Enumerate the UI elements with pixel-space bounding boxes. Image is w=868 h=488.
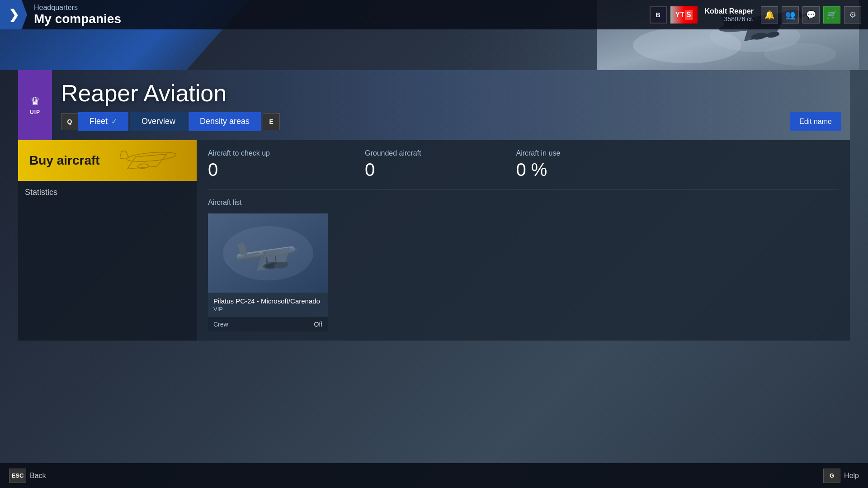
stat-grounded-label: Grounded aircraft — [365, 149, 421, 157]
friends-button[interactable]: 👥 — [782, 6, 799, 24]
aircraft-list-section: Aircraft list — [208, 199, 839, 332]
bottom-bar: ESC Back G Help — [0, 463, 868, 488]
aircraft-card-name: Pilatus PC-24 - Microsoft/Carenado — [213, 297, 322, 305]
svg-point-3 — [764, 43, 836, 66]
username-area: Kobalt Reaper 358076 cr. — [701, 7, 757, 23]
yt-label: YT — [675, 11, 684, 19]
company-title: Reaper Aviation — [61, 80, 841, 107]
messages-button[interactable]: 💬 — [802, 6, 820, 24]
tab-key-q: Q — [61, 113, 78, 130]
tab-key-e: E — [263, 113, 280, 130]
aircraft-card-type: VIP — [213, 306, 322, 313]
svg-line-19 — [266, 257, 267, 264]
tab-density-label: Density areas — [200, 117, 250, 126]
stat-checkup: Aircraft to check up 0 — [208, 149, 270, 180]
avatar-yt: YT S — [670, 6, 698, 24]
stat-in-use-value: 0 % — [516, 160, 560, 180]
aircraft-card-footer: Crew Off — [208, 317, 328, 332]
vip-badge: ♛ UIP — [18, 70, 52, 140]
aircraft-card-svg — [208, 213, 328, 293]
stat-checkup-label: Aircraft to check up — [208, 149, 270, 157]
crew-status: Off — [314, 321, 322, 328]
nav-arrow[interactable]: ❯ — [0, 0, 27, 29]
store-button[interactable]: 🛒 — [823, 6, 840, 24]
breadcrumb: Headquarters My companies — [27, 4, 121, 26]
edit-name-button[interactable]: Edit name — [790, 112, 841, 131]
aircraft-card-info: Pilatus PC-24 - Microsoft/Carenado VIP — [208, 293, 328, 317]
credits: 358076 cr. — [724, 15, 754, 23]
stat-in-use: Aircraft in use 0 % — [516, 149, 560, 180]
username: Kobalt Reaper — [705, 7, 754, 15]
tab-check-icon: ✓ — [111, 117, 117, 126]
help-label: Help — [844, 472, 859, 480]
tab-overview-label: Overview — [142, 117, 175, 126]
header-right: B YT S Kobalt Reaper 358076 cr. 🔔 👥 💬 🛒 … — [650, 6, 868, 24]
svg-point-9 — [137, 163, 149, 169]
aircraft-card[interactable]: Pilatus PC-24 - Microsoft/Carenado VIP C… — [208, 213, 328, 332]
stat-grounded-value: 0 — [365, 160, 421, 180]
svg-point-8 — [126, 151, 176, 163]
breadcrumb-top: Headquarters — [34, 4, 121, 12]
tab-fleet[interactable]: Fleet ✓ — [78, 112, 128, 131]
avatar-b: B — [650, 6, 667, 24]
help-key-btn[interactable]: G Help — [823, 469, 859, 483]
stat-checkup-value: 0 — [208, 160, 270, 180]
aircraft-list-title: Aircraft list — [208, 199, 839, 207]
aircraft-cards: Pilatus PC-24 - Microsoft/Carenado VIP C… — [208, 213, 839, 332]
esc-key-box: ESC — [9, 469, 26, 483]
content-area: Buy aircraft Statistics — [18, 140, 850, 341]
nav-arrow-icon: ❯ — [9, 7, 19, 22]
crew-label: Crew — [213, 321, 228, 328]
statistics-section: Statistics — [18, 181, 197, 204]
company-header: ♛ UIP Reaper Aviation Q Fleet ✓ Overview… — [18, 70, 850, 140]
tabs-row: Q Fleet ✓ Overview Density areas E Edit … — [61, 112, 841, 131]
buy-aircraft-label: Buy aircraft — [29, 153, 100, 168]
tab-fleet-label: Fleet — [90, 117, 108, 126]
buy-aircraft-button[interactable]: Buy aircraft — [18, 140, 197, 181]
vip-label: UIP — [30, 109, 40, 115]
statistics-title: Statistics — [25, 188, 57, 197]
settings-button[interactable]: ⚙ — [844, 6, 861, 24]
breadcrumb-main: My companies — [34, 12, 121, 26]
g-key-box: G — [823, 469, 840, 483]
back-key-btn[interactable]: ESC Back — [9, 469, 46, 483]
aircraft-card-image — [208, 213, 328, 293]
stats-row: Aircraft to check up 0 Grounded aircraft… — [208, 149, 839, 190]
main-panel: ♛ UIP Reaper Aviation Q Fleet ✓ Overview… — [18, 70, 850, 461]
stat-in-use-label: Aircraft in use — [516, 149, 560, 157]
crown-icon: ♛ — [30, 95, 40, 108]
notifications-button[interactable]: 🔔 — [761, 6, 778, 24]
company-name-area: Reaper Aviation Q Fleet ✓ Overview Densi… — [52, 70, 850, 140]
back-label: Back — [30, 472, 46, 480]
left-sidebar: Buy aircraft Statistics — [18, 140, 197, 341]
right-content: Aircraft to check up 0 Grounded aircraft… — [197, 140, 850, 341]
tab-overview[interactable]: Overview — [130, 112, 187, 131]
stat-grounded: Grounded aircraft 0 — [365, 149, 421, 180]
top-header: ❯ Headquarters My companies B YT S Kobal… — [0, 0, 868, 29]
aircraft-icon — [120, 142, 192, 179]
tab-density[interactable]: Density areas — [189, 112, 261, 131]
